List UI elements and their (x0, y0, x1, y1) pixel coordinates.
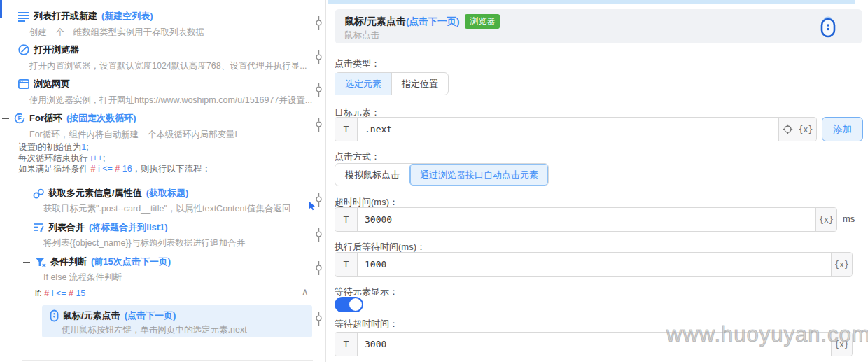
tree-guide-line (22, 360, 313, 361)
panel-top-strip (328, 0, 855, 4)
wait-after-field: T {x} (335, 252, 853, 277)
add-button[interactable]: 添加 (822, 117, 863, 141)
selected-step-title-row: 鼠标/元素点击(点击下一页) (50, 309, 176, 322)
header-annotation: (点击下一页) (406, 15, 460, 28)
timeout-unit: ms (843, 214, 855, 224)
text-segment: 如果满足循环条件 (18, 164, 90, 174)
crosshair-icon[interactable] (783, 124, 793, 134)
step-for-loop[interactable]: F For循环 (按固定次数循环) (2, 112, 136, 125)
value-segment: 15 (76, 288, 85, 298)
step-annotation: (将标题合并到list1) (89, 221, 168, 234)
step-description: 将列表{{object_name}}与标题列表数据进行追加合并 (43, 237, 245, 249)
target-element-field: T {x} (335, 117, 817, 141)
header-subtitle: 鼠标点击 (344, 29, 379, 41)
click-method-tabs: 模拟鼠标点击 通过浏览器接口自动点击元素 (335, 163, 549, 186)
insert-anchor-icon[interactable] (314, 50, 323, 64)
hash-segment: # (115, 164, 122, 174)
text-segment: ; (103, 153, 105, 163)
insert-anchor-icon[interactable] (314, 228, 323, 242)
tab-browser-api-click[interactable]: 通过浏览器接口自动点击元素 (410, 164, 548, 186)
text-type-prefix: T (335, 253, 358, 276)
list-icon (18, 11, 29, 22)
step-annotation: (点击下一页) (125, 309, 176, 322)
step-description: 创建一个一维数组类型实例用于存取列表数据 (29, 27, 204, 39)
loop-condition-line: 如果满足循环条件 # i <= # 16，则执行以下流程： (18, 164, 211, 175)
text-segment: 设置i的初始值为 (18, 142, 81, 152)
step-title: 浏览网页 (34, 78, 70, 90)
step-title: 获取多元素信息/属性值 (48, 187, 142, 200)
header-title-row: 鼠标/元素点击 (点击下一页) 浏览器 (344, 14, 500, 29)
hash-segment: # (69, 288, 76, 298)
loop-init-line: 设置i的初始值为1; (18, 142, 211, 153)
click-type-tabs: 选定元素 指定位置 (335, 72, 449, 95)
collapse-toggle-icon[interactable] (23, 262, 30, 263)
insert-anchor-icon[interactable] (314, 118, 323, 132)
wait-timeout-label: 等待超时时间： (335, 318, 398, 330)
insert-anchor-icon[interactable] (314, 261, 323, 275)
header-title: 鼠标/元素点击 (344, 15, 406, 28)
target-element-input[interactable] (358, 118, 778, 141)
variable-token-button[interactable]: {x} (834, 260, 849, 270)
step-list-merge[interactable]: 列表合并(将标题合并到list1) (32, 221, 168, 234)
loop-step-line: 每次循环结束执行 i++; (18, 153, 211, 165)
text-segment: ，则执行以下流程： (132, 164, 211, 174)
insert-anchor-icon[interactable] (314, 83, 323, 97)
wait-after-input[interactable] (358, 253, 831, 276)
for-loop-icon: F (13, 113, 25, 125)
value-segment: i++ (90, 153, 102, 163)
tab-specified-position[interactable]: 指定位置 (391, 73, 448, 95)
step-description: 使用鼠标按钮左键，单击网页中的选定元素.next (62, 324, 247, 336)
step-title: 打开浏览器 (34, 43, 79, 56)
hash-segment: # (44, 288, 51, 298)
step-list-open[interactable]: 列表打开或新建(新建空列表) (18, 10, 153, 22)
insert-anchor-icon[interactable] (314, 16, 323, 30)
wait-element-toggle[interactable] (335, 297, 363, 312)
browser-window-icon (18, 78, 29, 90)
scrollbar-thumb[interactable] (0, 0, 2, 18)
list-merge-icon (32, 222, 44, 234)
step-title: 鼠标/元素点击 (63, 309, 120, 322)
timeout-field: T {x} (335, 207, 837, 232)
step-title: 列表打开或新建 (34, 10, 97, 22)
chevron-up-icon[interactable]: ∧ (302, 286, 309, 297)
step-title: 条件判断 (50, 256, 87, 268)
step-open-browser[interactable]: 打开浏览器 (18, 43, 83, 56)
multi-element-icon (32, 188, 44, 200)
step-browse-page[interactable]: 浏览网页 (18, 78, 74, 90)
step-condition[interactable]: 条件判断(前15次点击下一页) (23, 256, 171, 268)
value-segment: i <= (52, 288, 69, 298)
step-annotation: (新建空列表) (102, 10, 153, 22)
text-segment: ; (86, 142, 88, 152)
insert-anchor-icon[interactable] (314, 312, 323, 326)
svg-text:F: F (18, 115, 21, 122)
variable-token-button[interactable]: {x} (799, 125, 813, 134)
value-segment: i <= (98, 164, 115, 174)
input-adornments: {x} (816, 208, 836, 231)
if-condition-row: if: # i <= # 15 (35, 288, 85, 298)
click-method-label: 点击方式： (335, 151, 380, 163)
step-title: For循环 (29, 112, 62, 125)
step-description: If else 流程条件判断 (43, 272, 122, 284)
input-adornments: {x} (831, 253, 852, 276)
step-description: 使用浏览器实例，打开网址https://www.woshipm.com/u/15… (29, 95, 312, 106)
browser-badge: 浏览器 (465, 14, 500, 29)
if-label: if: (35, 288, 44, 298)
text-segment: 每次循环结束执行 (18, 153, 90, 163)
step-mouse-click-selected[interactable]: 鼠标/元素点击(点击下一页) 使用鼠标按钮左键，单击网页中的选定元素.next (42, 305, 312, 337)
variable-token-button[interactable]: {x} (819, 215, 834, 225)
step-annotation: (按固定次数循环) (66, 112, 136, 125)
toggle-knob (349, 298, 362, 311)
cursor-pointer-icon (309, 201, 316, 210)
step-annotation: (获取标题) (146, 187, 189, 200)
tab-simulate-mouse-click[interactable]: 模拟鼠标点击 (335, 164, 410, 186)
step-header-card: 鼠标/元素点击 (点击下一页) 浏览器 鼠标点击 (335, 9, 862, 43)
mouse-icon (819, 15, 837, 38)
step-get-elements[interactable]: 获取多元素信息/属性值(获取标题) (32, 187, 188, 200)
text-type-prefix: T (335, 118, 358, 141)
condition-filter-icon (34, 256, 46, 268)
step-description: 打开内置浏览器，设置默认宽度1024默认高度768、设置代理并执行显... (29, 60, 307, 72)
step-annotation: (前15次点击下一页) (91, 256, 171, 268)
tab-selected-element[interactable]: 选定元素 (335, 73, 391, 95)
collapse-toggle-icon[interactable] (2, 118, 9, 119)
timeout-input[interactable] (358, 208, 816, 231)
